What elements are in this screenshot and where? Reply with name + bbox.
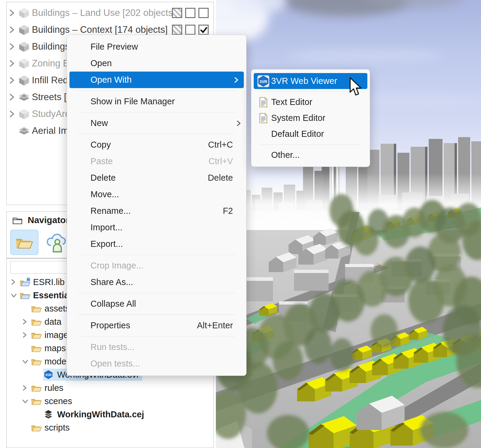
context-menu-item[interactable]: Paste Ctrl+V — [67, 153, 246, 170]
tree-label: ESRI.lib — [33, 277, 65, 287]
context-menu-item[interactable]: Open With — [69, 72, 244, 88]
document-icon — [258, 112, 268, 124]
chevron-right-icon — [11, 279, 15, 285]
menu-item-label: Show in File Manager — [90, 97, 175, 106]
layer-label: Buildings – Land Use [202 objects] — [32, 8, 172, 18]
context-menu-item[interactable]: Collapse All — [67, 296, 246, 312]
menu-item-label: Paste — [90, 156, 113, 166]
layer-checkbox-empty[interactable] — [185, 8, 195, 18]
folder-icon — [31, 303, 42, 314]
tree-expander[interactable] — [22, 385, 31, 391]
submenu-item-label: Text Editor — [271, 97, 312, 107]
context-menu-item[interactable]: New — [67, 115, 246, 131]
viewport-3d[interactable] — [216, 0, 481, 448]
menu-item-label: Import... — [90, 222, 122, 232]
context-menu-item[interactable] — [78, 255, 235, 255]
layer-cube-icon — [18, 24, 30, 36]
tree-expander[interactable] — [11, 279, 19, 285]
context-menu-item[interactable]: Crop Image... — [67, 257, 246, 274]
context-menu-item[interactable]: Move... — [67, 186, 246, 203]
workspace-folder-button[interactable] — [10, 230, 38, 255]
tree-expander[interactable] — [22, 332, 31, 338]
library-folder-icon — [19, 277, 31, 287]
context-menu-item[interactable]: File Preview — [67, 38, 246, 55]
chevron-right-icon — [22, 332, 27, 338]
expand-chevron-icon[interactable] — [9, 43, 18, 50]
context-menu-item[interactable]: Share As... — [67, 274, 246, 290]
context-menu-item[interactable]: Rename... F2 — [67, 203, 246, 219]
layer-checkbox-hatched[interactable] — [172, 25, 182, 35]
context-menu-item[interactable] — [78, 315, 235, 315]
menu-item-shortcut: F2 — [223, 206, 241, 216]
context-menu-item[interactable]: Export... — [67, 236, 246, 252]
menu-item-label: New — [90, 118, 108, 128]
submenu-item-label: Default Editor — [271, 129, 324, 139]
expand-chevron-icon[interactable] — [9, 60, 18, 67]
menu-item-shortcut: Ctrl+C — [208, 140, 241, 150]
tree-expander[interactable] — [22, 319, 31, 325]
tree-expander[interactable] — [11, 293, 19, 298]
chevron-down-icon — [22, 399, 28, 404]
context-menu-item[interactable] — [78, 91, 235, 91]
submenu-item[interactable]: Text Editor — [251, 94, 370, 110]
layer-checkbox-empty[interactable] — [185, 25, 195, 35]
layer-checkbox-visible-checked[interactable] — [198, 25, 209, 35]
expand-chevron-icon[interactable] — [9, 77, 18, 84]
tree-row[interactable]: scripts — [7, 421, 213, 434]
tree-label: scripts — [44, 423, 70, 433]
context-menu-item[interactable]: Run tests... — [67, 339, 246, 355]
context-menu-item[interactable] — [78, 293, 235, 293]
3vr-app-icon — [257, 75, 270, 87]
layer-row[interactable]: Buildings – Land Use [202 objects] — [7, 5, 213, 21]
tree-label: assets — [44, 304, 70, 314]
tree-row[interactable]: WorkingWithData.cej — [7, 408, 213, 421]
scene-file-icon — [43, 409, 54, 420]
context-menu-item[interactable]: Copy Ctrl+C — [67, 137, 246, 153]
context-menu: File Preview Open Open With Show in File… — [67, 35, 247, 376]
layer-label: Buildings — [32, 41, 70, 52]
submenu-item-label: 3VR Web Viewer — [271, 76, 337, 86]
tree-label: maps — [44, 343, 66, 353]
context-menu-item[interactable]: Open — [67, 55, 246, 72]
context-menu-item[interactable] — [78, 336, 235, 336]
tree-row[interactable]: scenes — [7, 394, 213, 408]
submenu-item[interactable]: Other... — [251, 147, 370, 163]
menu-item-label: Open With — [90, 75, 132, 85]
expand-chevron-icon[interactable] — [9, 110, 18, 118]
3vr-file-icon — [43, 370, 54, 380]
layer-checkbox-hatched[interactable] — [172, 8, 182, 18]
context-menu-item[interactable]: Open tests... — [67, 355, 246, 372]
tree-expander[interactable] — [22, 399, 31, 404]
map-layer-icon — [18, 125, 30, 137]
layer-cube-icon — [18, 7, 30, 19]
layer-label: StudyAre — [32, 109, 70, 119]
menu-item-label: Crop Image... — [90, 261, 143, 271]
folder-icon — [31, 317, 42, 327]
expand-chevron-icon[interactable] — [9, 9, 18, 17]
context-menu-item[interactable]: Show in File Manager — [67, 93, 246, 110]
expand-chevron-icon[interactable] — [9, 26, 18, 33]
context-menu-item[interactable]: Import... — [67, 219, 246, 236]
viewport-3d-scene — [216, 0, 481, 448]
tree-row[interactable]: rules — [7, 381, 213, 394]
context-menu-item[interactable] — [78, 112, 235, 112]
submenu-arrow-icon — [234, 77, 238, 83]
submenu-item[interactable]: System Editor — [251, 110, 370, 126]
tree-label: scenes — [44, 396, 72, 406]
submenu-item[interactable] — [260, 91, 361, 92]
submenu-item-label: Other... — [271, 150, 300, 160]
context-menu-item[interactable]: Delete Delete — [67, 170, 246, 186]
expand-chevron-icon[interactable] — [9, 94, 18, 101]
menu-item-label: Collapse All — [90, 299, 136, 309]
layer-checkbox-visible[interactable] — [198, 8, 209, 18]
tree-expander[interactable] — [22, 359, 31, 364]
submenu-item[interactable] — [260, 144, 361, 145]
tree-label: WorkingWithData.cej — [57, 410, 144, 419]
submenu-item-label: System Editor — [271, 113, 326, 123]
folder-icon — [31, 356, 42, 367]
context-menu-item[interactable]: Properties Alt+Enter — [67, 317, 246, 334]
folder-outline-icon — [12, 215, 23, 225]
submenu-item[interactable]: Default Editor — [251, 126, 370, 142]
context-menu-item[interactable] — [78, 134, 235, 134]
menu-item-label: Open — [90, 58, 112, 68]
